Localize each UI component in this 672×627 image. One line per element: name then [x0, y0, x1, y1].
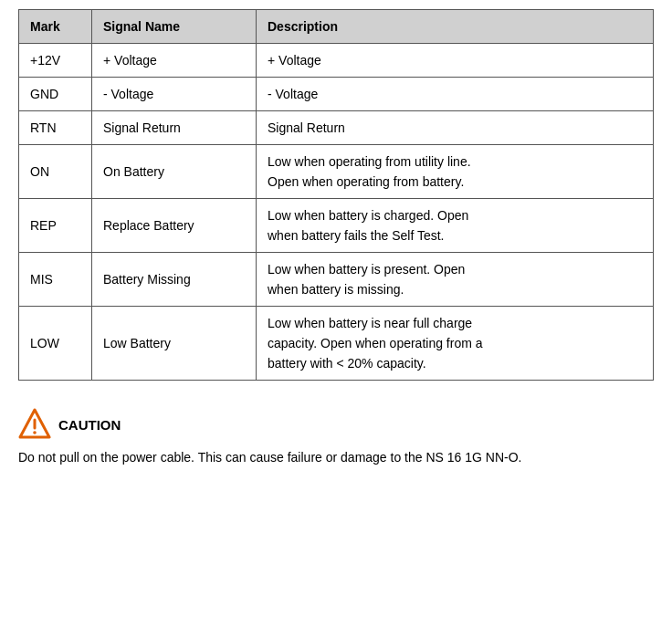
cell-signal: Replace Battery [92, 199, 257, 253]
cell-description: Low when battery is near full chargecapa… [257, 307, 654, 381]
cell-signal: - Voltage [92, 78, 257, 111]
cell-signal: On Battery [92, 145, 257, 199]
cell-description: Low when operating from utility line.Ope… [257, 145, 654, 199]
table-row: LOWLow BatteryLow when battery is near f… [19, 307, 654, 381]
cell-description: Low when battery is present. Openwhen ba… [257, 253, 654, 307]
caution-header: CAUTION [18, 408, 654, 441]
cell-description: - Voltage [257, 78, 654, 111]
col-header-description: Description [257, 10, 654, 44]
cell-mark: MIS [19, 253, 92, 307]
cell-signal: Low Battery [92, 307, 257, 381]
caution-text: Do not pull on the power cable. This can… [18, 448, 654, 467]
cell-description: + Voltage [257, 44, 654, 78]
cell-mark: ON [19, 145, 92, 199]
signal-table: Mark Signal Name Description +12V+ Volta… [18, 9, 654, 381]
caution-label: CAUTION [58, 417, 121, 433]
col-header-signal: Signal Name [92, 10, 257, 44]
caution-section: CAUTION Do not pull on the power cable. … [18, 408, 654, 467]
table-row: RTNSignal ReturnSignal Return [19, 111, 654, 145]
svg-point-2 [33, 431, 37, 434]
table-row: MISBattery MissingLow when battery is pr… [19, 253, 654, 307]
cell-description: Low when battery is charged. Openwhen ba… [257, 199, 654, 253]
table-row: GND- Voltage- Voltage [19, 78, 654, 111]
cell-signal: Signal Return [92, 111, 257, 145]
cell-mark: RTN [19, 111, 92, 145]
col-header-mark: Mark [19, 10, 92, 44]
cell-mark: GND [19, 78, 92, 111]
table-row: REPReplace BatteryLow when battery is ch… [19, 199, 654, 253]
cell-signal: + Voltage [92, 44, 257, 78]
cell-description: Signal Return [257, 111, 654, 145]
cell-mark: REP [19, 199, 92, 253]
cell-mark: +12V [19, 44, 92, 78]
cell-signal: Battery Missing [92, 253, 257, 307]
table-row: +12V+ Voltage+ Voltage [19, 44, 654, 78]
cell-mark: LOW [19, 307, 92, 381]
table-row: ONOn BatteryLow when operating from util… [19, 145, 654, 199]
caution-icon [18, 408, 51, 441]
